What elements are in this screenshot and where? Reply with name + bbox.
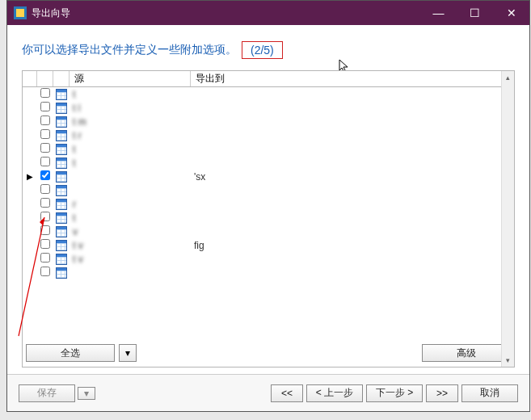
table-icon	[53, 212, 70, 224]
save-dropdown[interactable]: ▾	[78, 387, 95, 400]
select-all-dropdown[interactable]: ▾	[119, 344, 137, 362]
wizard-footer: 保存 ▾ << < 上一步 下一步 > >> 取消	[7, 374, 529, 411]
table-icon	[53, 226, 70, 237]
table-row[interactable]: t	[23, 142, 514, 156]
row-source: t	[70, 144, 191, 155]
table-icon	[53, 158, 70, 169]
table-row[interactable]: v	[23, 225, 514, 238]
table-row[interactable]	[23, 183, 514, 197]
chevron-down-icon: ▾	[84, 388, 89, 399]
wizard-step: (2/5)	[242, 41, 283, 59]
grid-toolbar: 全选 ▾ 高级	[23, 339, 514, 367]
table-row[interactable]: t	[23, 87, 514, 101]
row-source: t r	[70, 130, 191, 141]
grid-body[interactable]: tt lt mt rtt▶'sxrtvt vfigt v	[23, 87, 514, 339]
save-button[interactable]: 保存	[19, 384, 75, 402]
prev-button[interactable]: < 上一步	[306, 384, 363, 402]
select-all-button[interactable]: 全选	[26, 344, 115, 362]
chevron-down-icon: ▾	[125, 347, 130, 359]
row-checkbox[interactable]	[37, 267, 53, 279]
table-row[interactable]: r	[23, 197, 514, 211]
row-checkbox[interactable]	[37, 88, 53, 100]
grid-header: 源 导出到	[23, 71, 514, 87]
row-source: t	[70, 158, 191, 169]
window-title: 导出向导	[32, 6, 70, 20]
table-row[interactable]: t m	[23, 115, 514, 128]
row-source: t	[70, 212, 191, 224]
row-checkbox[interactable]	[37, 143, 53, 155]
row-checkbox[interactable]	[37, 239, 53, 251]
row-source: r	[70, 199, 191, 210]
table-icon	[53, 240, 70, 251]
table-icon	[53, 199, 70, 210]
row-checkbox[interactable]	[37, 253, 53, 265]
row-source: t v	[70, 254, 191, 265]
row-dest: fig	[191, 240, 514, 251]
table-row[interactable]: t v	[23, 252, 514, 266]
row-source: v	[70, 226, 191, 237]
col-icon	[53, 71, 70, 86]
window-controls: — ☐ ✕	[420, 1, 529, 25]
advanced-button[interactable]: 高级	[422, 344, 511, 362]
table-icon	[53, 89, 70, 100]
row-checkbox[interactable]	[37, 212, 53, 224]
next-button[interactable]: 下一步 >	[366, 384, 423, 402]
row-source: t m	[70, 116, 191, 128]
grid-panel: 源 导出到 tt lt mt rtt▶'sxrtvt vfigt v ▴ ▾ 全…	[22, 70, 515, 368]
row-indicator: ▶	[23, 172, 37, 181]
row-checkbox[interactable]	[37, 198, 53, 210]
row-checkbox[interactable]	[37, 184, 53, 196]
maximize-button[interactable]: ☐	[457, 1, 493, 25]
minimize-button[interactable]: —	[420, 1, 457, 25]
export-wizard-window: 导出向导 — ☐ ✕ 你可以选择导出文件并定义一些附加选项。 (2/5) 源 导…	[6, 0, 530, 412]
row-checkbox[interactable]	[37, 170, 53, 183]
row-source: t v	[70, 240, 191, 251]
table-icon	[53, 267, 70, 279]
close-button[interactable]: ✕	[493, 1, 529, 25]
row-checkbox[interactable]	[37, 116, 53, 128]
row-checkbox[interactable]	[37, 129, 53, 141]
table-row[interactable]: t vfig	[23, 238, 514, 252]
cancel-button[interactable]: 取消	[461, 384, 518, 402]
wizard-message: 你可以选择导出文件并定义一些附加选项。	[22, 43, 237, 57]
table-icon	[53, 103, 70, 114]
row-checkbox[interactable]	[37, 225, 53, 237]
table-row[interactable]: t	[23, 211, 514, 225]
table-icon	[53, 116, 70, 128]
col-dest[interactable]: 导出到	[191, 71, 514, 86]
titlebar: 导出向导 — ☐ ✕	[7, 1, 529, 25]
table-icon	[53, 254, 70, 265]
col-check	[37, 71, 53, 86]
wizard-header: 你可以选择导出文件并定义一些附加选项。 (2/5)	[7, 25, 529, 67]
row-checkbox[interactable]	[37, 102, 53, 114]
vertical-scrollbar[interactable]: ▴ ▾	[501, 71, 514, 367]
table-icon	[53, 185, 70, 196]
last-button[interactable]: >>	[426, 384, 458, 402]
row-dest: 'sx	[191, 171, 514, 183]
row-source: t	[70, 89, 191, 100]
table-row[interactable]: t	[23, 156, 514, 170]
col-indicator	[23, 71, 37, 86]
row-source: t l	[70, 103, 191, 114]
col-source[interactable]: 源	[70, 71, 191, 86]
table-icon	[53, 130, 70, 141]
table-row[interactable]: t r	[23, 128, 514, 142]
first-button[interactable]: <<	[271, 384, 303, 402]
app-icon	[14, 6, 27, 19]
table-row[interactable]: ▶'sx	[23, 170, 514, 183]
scroll-up-icon[interactable]: ▴	[502, 71, 514, 84]
table-icon	[53, 144, 70, 155]
scroll-down-icon[interactable]: ▾	[502, 354, 514, 367]
table-row[interactable]: t l	[23, 101, 514, 115]
row-checkbox[interactable]	[37, 157, 53, 169]
table-row[interactable]	[23, 266, 514, 279]
table-icon	[53, 171, 70, 183]
